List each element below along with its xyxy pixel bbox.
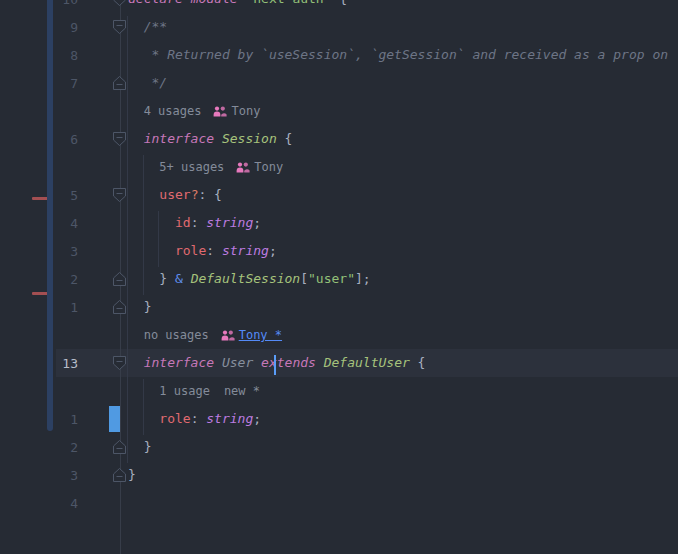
code-token [128, 47, 144, 62]
code-token: { [332, 0, 348, 6]
code-token: ; [253, 411, 261, 426]
code-token [128, 243, 175, 258]
code-line[interactable]: */ [128, 69, 678, 97]
author-link[interactable]: Tony * [239, 321, 282, 349]
left-scrollbar[interactable] [47, 0, 53, 431]
code-line[interactable]: interface User extends DefaultUser { [128, 349, 678, 377]
code-line[interactable]: /** [128, 13, 678, 41]
inlay-hint: 1 usagenew * [128, 377, 678, 405]
code-token: "user" [308, 271, 355, 286]
code-token: user [159, 187, 190, 202]
code-line[interactable]: role: string; [128, 405, 678, 433]
line-number[interactable]: 1 [0, 300, 78, 315]
code-token [214, 131, 222, 146]
editor-line-row: 13 interface User extends DefaultUser { [0, 349, 678, 377]
author-label: new * [224, 377, 260, 405]
code-line[interactable]: } & DefaultSession["user"]; [128, 265, 678, 293]
line-number[interactable]: 1 [0, 412, 78, 427]
usages-label[interactable]: no usages [144, 321, 209, 349]
inlay-indent [128, 153, 159, 181]
line-number[interactable]: 3 [0, 244, 78, 259]
usages-label[interactable]: 1 usage [159, 377, 210, 405]
code-line[interactable]: * Returned by `useSession`, `getSession`… [128, 41, 678, 69]
line-number[interactable]: 7 [0, 76, 78, 91]
code-token [128, 215, 175, 230]
editor-line-row: 10declare module "next-auth" { [0, 0, 678, 13]
vcs-added-marker[interactable] [109, 406, 120, 432]
editor-line-row: 5 user?: { [0, 181, 678, 209]
editor-line-row: 3} [0, 461, 678, 489]
fold-column-empty [78, 153, 128, 181]
code-token [214, 355, 222, 370]
code-token: : [191, 411, 207, 426]
code-token [128, 187, 159, 202]
code-line[interactable]: id: string; [128, 209, 678, 237]
editor-line-row: 8 * Returned by `useSession`, `getSessio… [0, 41, 678, 69]
code-token: DefaultUser [324, 355, 410, 370]
editor-line-row: 7 */ [0, 69, 678, 97]
fold-marker-end-icon[interactable] [78, 293, 128, 321]
code-line[interactable]: declare module "next-auth" { [128, 0, 678, 13]
line-number[interactable]: 5 [0, 188, 78, 203]
inlay-row: 1 usagenew * [0, 377, 678, 405]
code-token [183, 271, 191, 286]
line-number[interactable]: 3 [0, 468, 78, 483]
line-number[interactable]: 9 [0, 20, 78, 35]
fold-column-empty [78, 209, 128, 237]
code-line[interactable]: role: string; [128, 237, 678, 265]
line-number[interactable]: 4 [0, 496, 78, 511]
fold-marker-end-icon[interactable] [78, 265, 128, 293]
code-token: Session [222, 131, 277, 146]
fold-marker-end-icon[interactable] [78, 433, 128, 461]
editor-line-row: 2 } & DefaultSession["user"]; [0, 265, 678, 293]
code-line[interactable]: interface Session { [128, 125, 678, 153]
code-token [128, 75, 144, 90]
inlay-hint: no usagesTony * [128, 321, 678, 349]
code-token [128, 131, 144, 146]
code-token [128, 271, 159, 286]
inlay-hint: 5+ usagesTony [128, 153, 678, 181]
fold-marker-expanded-icon[interactable] [78, 349, 128, 377]
line-number[interactable]: 6 [0, 132, 78, 147]
fold-column-empty [78, 377, 128, 405]
line-number[interactable]: 2 [0, 440, 78, 455]
fold-marker-expanded-icon[interactable] [78, 181, 128, 209]
code-token: [ [300, 271, 308, 286]
fold-marker-end-icon[interactable] [78, 461, 128, 489]
code-line[interactable]: } [128, 461, 678, 489]
code-token: role [175, 243, 206, 258]
code-token: ]; [355, 271, 371, 286]
code-token: role [159, 411, 190, 426]
inlay-row: 4 usagesTony [0, 97, 678, 125]
usages-label[interactable]: 4 usages [144, 97, 202, 125]
inlay-hint: 4 usagesTony [128, 97, 678, 125]
fold-marker-expanded-icon[interactable] [78, 0, 128, 13]
code-token: { [410, 355, 426, 370]
line-number[interactable]: 4 [0, 216, 78, 231]
code-line[interactable]: } [128, 293, 678, 321]
code-token [128, 411, 159, 426]
editor[interactable]: 10declare module "next-auth" {9 /**8 * R… [0, 0, 678, 554]
code-line[interactable]: } [128, 433, 678, 461]
code-token [128, 355, 144, 370]
code-token [316, 355, 324, 370]
fold-marker-expanded-icon[interactable] [78, 125, 128, 153]
usages-label[interactable]: 5+ usages [159, 153, 224, 181]
line-number[interactable]: 10 [0, 0, 78, 7]
fold-marker-end-icon[interactable] [78, 69, 128, 97]
fold-marker-expanded-icon[interactable] [78, 13, 128, 41]
line-number[interactable]: 2 [0, 272, 78, 287]
line-number[interactable]: 13 [0, 356, 78, 371]
code-token: } [128, 467, 136, 482]
inlay-indent [128, 377, 159, 405]
editor-line-row: 4 id: string; [0, 209, 678, 237]
code-token [128, 299, 144, 314]
line-number[interactable]: 8 [0, 48, 78, 63]
code-line[interactable]: user?: { [128, 181, 678, 209]
code-token: : [206, 243, 222, 258]
code-token [253, 355, 261, 370]
code-token: ; [269, 243, 277, 258]
fold-column-empty [78, 97, 128, 125]
editor-line-row: 3 role: string; [0, 237, 678, 265]
code-token: * Returned by `useSession`, `getSession`… [144, 47, 668, 62]
